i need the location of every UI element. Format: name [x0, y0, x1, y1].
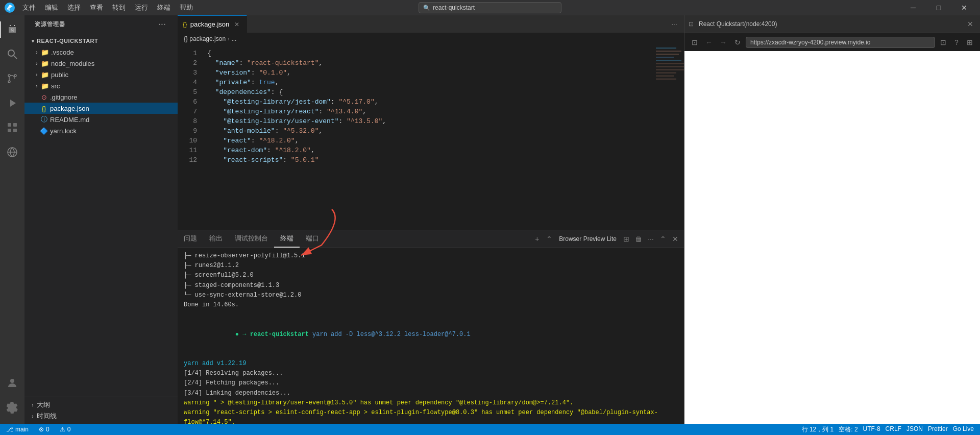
panel-browser-preview-label[interactable]: Browser Preview Lite [556, 235, 620, 243]
status-eol[interactable]: CRLF [884, 425, 903, 432]
panel-maximize-button[interactable]: ⌃ [657, 233, 669, 245]
panel-split-button[interactable]: ⌃ [544, 233, 555, 245]
titlebar-menu: 文件 编辑 选择 查看 转到 运行 终端 帮助 [18, 2, 197, 13]
panel-content[interactable]: ├─ resize-observer-polyfill@1.5.1 ├─ run… [178, 248, 684, 424]
terminal-line [184, 310, 678, 320]
browser-help-button[interactable]: ? [950, 36, 963, 49]
svg-line-5 [14, 56, 17, 59]
maximize-button[interactable]: □ [927, 0, 950, 15]
menu-file[interactable]: 文件 [18, 2, 40, 13]
tab-package-json[interactable]: {} package.json ✕ [178, 15, 247, 33]
tree-item-package-json[interactable]: {} package.json [24, 103, 178, 114]
breadcrumb-path: ... [231, 35, 236, 42]
panel-tab-ports[interactable]: 端口 [300, 230, 325, 248]
browser-preview-title: React Quickstart(node:4200) [697, 20, 777, 28]
menu-terminal[interactable]: 终端 [153, 2, 175, 13]
panel-trash-button[interactable]: 🗑 [633, 233, 644, 245]
menu-run[interactable]: 运行 [131, 2, 152, 13]
tree-item-src[interactable]: › 📁 src [24, 80, 178, 91]
browser-refresh-button[interactable]: ↻ [731, 36, 744, 49]
browser-preview-icon: ⊡ [689, 20, 694, 28]
browser-external-open-button[interactable]: ⊡ [689, 36, 701, 49]
svg-point-6 [8, 75, 10, 77]
svg-rect-10 [13, 123, 17, 127]
panel-tab-debug[interactable]: 调试控制台 [229, 230, 274, 248]
activity-search[interactable] [0, 42, 24, 66]
status-branch[interactable]: ⎇ main [4, 424, 31, 435]
panel-tab-output[interactable]: 输出 [203, 230, 229, 248]
status-indent[interactable]: 空格: 2 [837, 425, 860, 434]
browser-url-bar[interactable]: https://zxacdr-wzryoy-4200.preview.myide… [746, 37, 935, 48]
status-cursor[interactable]: 行 12，列 1 [800, 425, 836, 434]
menu-select[interactable]: 选择 [63, 2, 85, 13]
svg-rect-12 [13, 129, 17, 132]
outline-label: 大纲 [37, 400, 50, 409]
close-button[interactable]: ✕ [952, 0, 976, 15]
browser-forward-button[interactable]: → [717, 36, 729, 49]
minimap [653, 44, 684, 230]
browser-back-button[interactable]: ← [703, 36, 715, 49]
status-encoding[interactable]: UTF-8 [861, 425, 883, 432]
browser-preview-close-button[interactable]: ✕ [965, 18, 976, 30]
editor-browser-container: {} package.json ✕ ··· {} package.json › … [178, 15, 980, 424]
sidebar-header-actions: ··· [157, 19, 167, 30]
status-warnings[interactable]: ⚠ 0 [58, 424, 73, 435]
tree-item-vscode[interactable]: › 📁 .vscode [24, 46, 178, 58]
svg-rect-2 [14, 25, 15, 26]
menu-edit[interactable]: 编辑 [41, 2, 62, 13]
root-arrow-icon: ▾ [29, 37, 37, 45]
titlebar-search[interactable]: 🔍 react-quickstart [419, 2, 561, 13]
tab-close-button[interactable]: ✕ [232, 20, 241, 29]
sidebar-more-button[interactable]: ··· [157, 19, 167, 30]
status-bar: ⎇ main ⊗ 0 ⚠ 0 行 12，列 1 空格: 2 UTF-8 CRLF… [0, 424, 980, 435]
menu-help[interactable]: 帮助 [176, 2, 197, 13]
panel-tab-terminal[interactable]: 终端 [274, 230, 300, 248]
status-errors[interactable]: ⊗ 0 [37, 424, 52, 435]
status-golive[interactable]: Go Live [951, 425, 976, 432]
tree-item-node-modules[interactable]: › 📁 node_modules [24, 58, 178, 69]
panel-more-button[interactable]: ··· [645, 233, 656, 245]
activity-extensions[interactable] [0, 115, 24, 140]
tab-more-button[interactable]: ··· [669, 18, 680, 30]
tree-item-public[interactable]: › 📁 public [24, 69, 178, 80]
activity-settings[interactable] [0, 395, 24, 420]
activity-remote[interactable] [0, 140, 24, 164]
code-line-4: "private": true, [207, 78, 653, 87]
folder-icon: 📁 [41, 48, 49, 56]
tree-item-readme[interactable]: ⓘ README.md [24, 114, 178, 125]
panel-close-button[interactable]: ✕ [670, 233, 681, 245]
terminal-line: ├─ staged-components@1.1.3 [184, 281, 678, 291]
tree-item-yarn-lock[interactable]: 🔷 yarn.lock [24, 125, 178, 136]
browser-expand-button[interactable]: ⊡ [937, 36, 949, 49]
src-label: src [51, 82, 60, 90]
status-language[interactable]: JSON [904, 425, 925, 432]
sidebar-title: 资源管理器 [35, 20, 65, 28]
menu-view[interactable]: 查看 [86, 2, 107, 13]
terminal-line: [2/4] Fetching packages... [184, 378, 678, 388]
terminal-line: [3/4] Linking dependencies... [184, 389, 678, 398]
code-line-1: { [207, 49, 653, 58]
panel-layout-button[interactable]: ⊞ [621, 233, 632, 245]
panel-add-button[interactable]: + [531, 233, 543, 245]
terminal-warning-line: warning "react-scripts > eslint-config-r… [184, 408, 678, 424]
svg-point-8 [8, 81, 10, 83]
panel-tab-problems[interactable]: 问题 [178, 230, 203, 248]
activity-account[interactable] [0, 371, 24, 395]
status-formatter[interactable]: Prettier [926, 425, 950, 432]
timeline-section[interactable]: › 时间线 [24, 410, 178, 422]
svg-rect-21 [656, 63, 684, 64]
activity-explorer[interactable]: ⎗ [0, 17, 24, 42]
terminal-warning-line: warning " > @testing-library/user-event@… [184, 398, 678, 408]
browser-url-text: https://zxacdr-wzryoy-4200.preview.myide… [750, 39, 870, 46]
tree-root[interactable]: ▾ REACT-QUICKSTART [24, 35, 178, 46]
browser-toolbar: ⊡ ← → ↻ https://zxacdr-wzryoy-4200.previ… [684, 33, 980, 51]
outline-section[interactable]: › 大纲 [24, 399, 178, 410]
svg-rect-1 [10, 25, 11, 26]
code-content[interactable]: { "name": "react-quickstart", "version":… [203, 44, 653, 230]
tree-item-gitignore[interactable]: ⊙ .gitignore [24, 91, 178, 103]
browser-layout-button[interactable]: ⊞ [964, 36, 976, 49]
menu-goto[interactable]: 转到 [108, 2, 130, 13]
activity-source-control[interactable] [0, 66, 24, 91]
minimize-button[interactable]: ─ [901, 0, 925, 15]
activity-run[interactable] [0, 91, 24, 115]
